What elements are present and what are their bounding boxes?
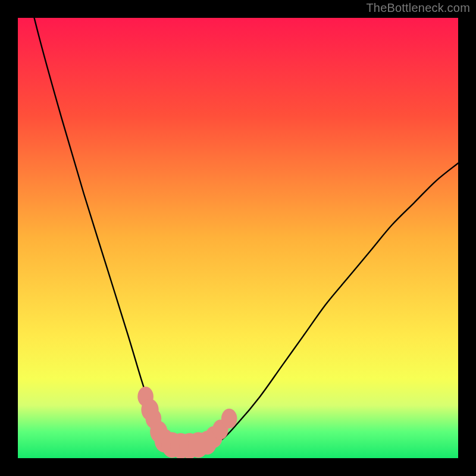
chart-frame: TheBottleneck.com <box>0 0 476 476</box>
plot-area <box>18 18 458 458</box>
plot-svg <box>18 18 458 458</box>
gradient-background <box>18 18 458 458</box>
attribution-label: TheBottleneck.com <box>366 1 470 15</box>
curve-marker <box>221 409 237 428</box>
